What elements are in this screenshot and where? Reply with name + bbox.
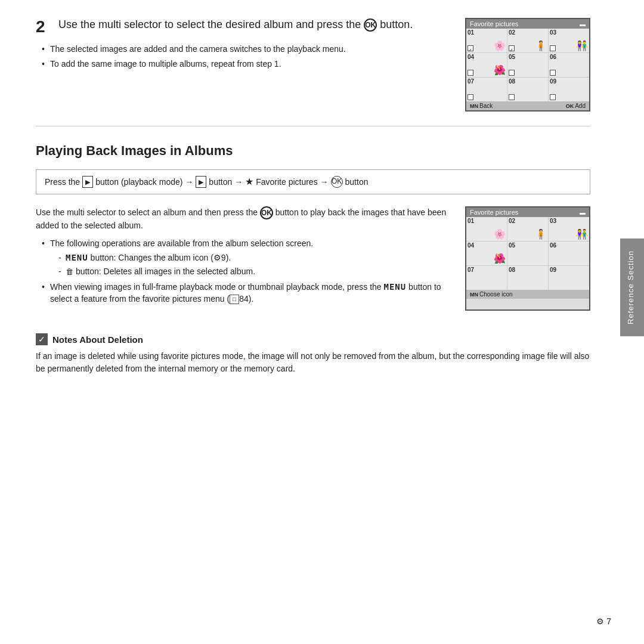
section-playback-title: Playing Back Images in Albums xyxy=(36,143,590,159)
bullet-item: The selected images are added and the ca… xyxy=(42,44,447,55)
playback-bullets: The following operations are available f… xyxy=(36,238,447,305)
title-icon: ▬ xyxy=(580,21,586,27)
nav-bar: Press the ▶ button (playback mode) → ▶ b… xyxy=(36,169,590,194)
camera-cell: 07 xyxy=(466,78,507,101)
camera-cell: 06 xyxy=(549,53,589,77)
sidebar-tab: Reference Section xyxy=(620,239,644,336)
camera-cell: 01 🌸 xyxy=(466,217,507,241)
delete-icon: 🗑 xyxy=(66,267,73,277)
play-button-icon2: ▶ xyxy=(196,176,206,188)
star-icon: ★ xyxy=(245,175,253,189)
play-button-icon: ▶ xyxy=(82,176,93,188)
camera-cell: 03 👫 xyxy=(549,29,589,52)
sub-item: 🗑 button: Deletes all images in the sele… xyxy=(58,266,447,278)
page-num-icon: ⚙ xyxy=(596,617,604,626)
camera-cell: 05 xyxy=(507,53,548,77)
camera-cell: 08 xyxy=(507,266,548,290)
camera-cell: 02 🧍 xyxy=(507,217,548,241)
step-header: 2 Use the multi selector to select the d… xyxy=(36,18,447,36)
cell-checkbox xyxy=(509,45,515,51)
cell-checkbox xyxy=(467,45,473,51)
notes-text: If an image is deleted while using favor… xyxy=(36,350,590,375)
notes-check-icon: ✓ xyxy=(36,333,48,345)
cell-checkbox xyxy=(509,94,515,100)
sub-sub-list: MENU button: Changes the album icon (⚙9)… xyxy=(50,252,447,278)
section-step2: 2 Use the multi selector to select the d… xyxy=(36,18,590,126)
camera-cell: 06 xyxy=(549,242,589,265)
cell-checkbox xyxy=(509,70,515,76)
camera-screen-top: Favorite pictures ▬ 01 🌸 02 🧍 03 xyxy=(465,18,590,112)
ok-button-nav: OK xyxy=(331,176,343,188)
notes-title: Notes About Deletion xyxy=(52,335,143,345)
camera-grid-top: 01 🌸 02 🧍 03 👫 04 🌺 xyxy=(466,29,589,101)
notes-header: ✓ Notes About Deletion xyxy=(36,333,590,345)
camera-cell: 08 xyxy=(507,78,548,101)
step2-bullets: The selected images are added and the ca… xyxy=(36,44,447,70)
camera-cell: 02 🧍 xyxy=(507,29,548,52)
choose-icon-label: Choose icon xyxy=(479,291,513,298)
cell-checkbox xyxy=(550,94,556,100)
camera-grid-bottom: 01 🌸 02 🧍 03 👫 04 🌺 xyxy=(466,217,589,290)
main-para: Use the multi selector to select an albu… xyxy=(36,206,447,232)
camera-cell: 03 👫 xyxy=(549,217,589,241)
bullet-item: To add the same image to multiple albums… xyxy=(42,58,447,70)
sub-item: MENU button: Changes the album icon (⚙9)… xyxy=(58,252,447,264)
ref-icon: □ xyxy=(230,295,239,304)
camera-title-top: Favorite pictures ▬ xyxy=(466,19,589,29)
step2-left: 2 Use the multi selector to select the d… xyxy=(36,18,447,112)
camera-cell: 04 🌺 xyxy=(466,242,507,265)
page-content: 2 Use the multi selector to select the d… xyxy=(0,0,620,644)
title-icon-bottom: ▬ xyxy=(580,209,586,216)
page-number: ⚙ 7 xyxy=(596,617,611,626)
camera-cell: 09 xyxy=(549,78,589,101)
cell-checkbox xyxy=(550,45,556,51)
camera-cell: 05 xyxy=(507,242,548,265)
main-content: Use the multi selector to select an albu… xyxy=(36,206,590,311)
camera-cell: 09 xyxy=(549,266,589,290)
section-playback: Playing Back Images in Albums Press the … xyxy=(36,143,590,375)
ok-button-icon: OK xyxy=(364,18,377,32)
main-text: Use the multi selector to select an albu… xyxy=(36,206,447,311)
camera-screen-bottom: Favorite pictures ▬ 01 🌸 02 🧍 03 xyxy=(465,206,590,311)
cell-checkbox xyxy=(467,70,473,76)
camera-cell: 04 🌺 xyxy=(466,53,507,77)
camera-title-bottom: Favorite pictures ▬ xyxy=(466,208,589,217)
bullet-item: When viewing images in full-frame playba… xyxy=(42,281,447,305)
step-title: Use the multi selector to select the des… xyxy=(58,18,413,32)
camera-footer-bottom: MN Choose icon xyxy=(466,290,589,299)
camera-cell: 07 xyxy=(466,266,507,290)
notes-section: ✓ Notes About Deletion If an image is de… xyxy=(36,327,590,375)
cell-checkbox xyxy=(467,94,473,100)
cell-checkbox xyxy=(550,70,556,76)
ok-circle-icon: OK xyxy=(260,206,273,219)
step-number: 2 xyxy=(36,18,52,36)
camera-footer-top: MN Back OK Add xyxy=(466,101,589,110)
camera-cell: 01 🌸 xyxy=(466,29,507,52)
bullet-item: The following operations are available f… xyxy=(42,238,447,278)
